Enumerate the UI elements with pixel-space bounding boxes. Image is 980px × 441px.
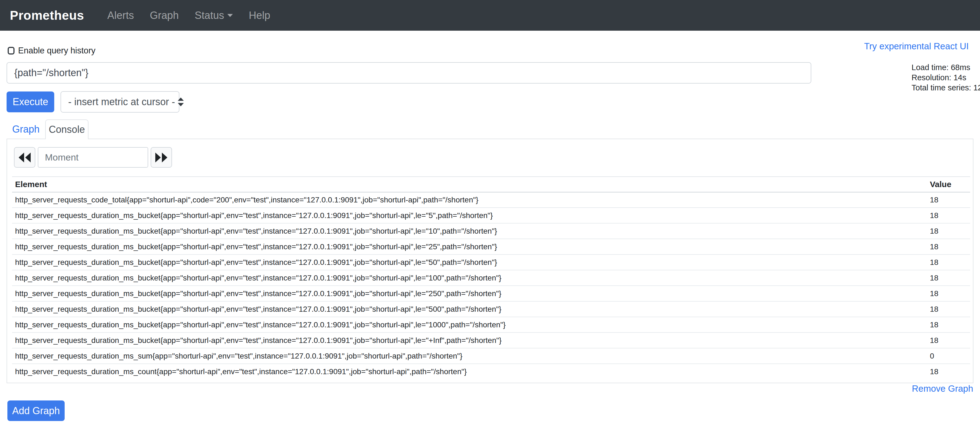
query-history-label: Enable query history	[18, 46, 95, 55]
table-row: http_server_requests_duration_ms_bucket{…	[12, 317, 970, 333]
row-element: http_server_requests_duration_ms_bucket{…	[12, 333, 927, 348]
row-element: http_server_requests_duration_ms_bucket{…	[12, 239, 927, 255]
insert-metric-select-label: - insert metric at cursor -	[68, 96, 175, 108]
row-element: http_server_requests_duration_ms_sum{app…	[12, 348, 927, 364]
table-row: http_server_requests_duration_ms_bucket{…	[12, 239, 970, 255]
table-row: http_server_requests_duration_ms_bucket{…	[12, 255, 970, 270]
row-value: 0	[927, 348, 970, 364]
moment-forward-button[interactable]	[151, 147, 172, 168]
column-header-element: Element	[12, 177, 927, 192]
nav-item-label: Help	[249, 10, 270, 21]
table-row: http_server_requests_duration_ms_bucket{…	[12, 301, 970, 317]
insert-metric-select[interactable]: - insert metric at cursor -	[60, 91, 180, 113]
row-value: 18	[927, 301, 970, 317]
fast-forward-icon	[155, 153, 168, 162]
table-row: http_server_requests_duration_ms_bucket{…	[12, 333, 970, 348]
table-row: http_server_requests_duration_ms_bucket{…	[12, 270, 970, 286]
row-value: 18	[927, 333, 970, 348]
load-time: Load time: 68ms	[912, 62, 980, 73]
panel-tabs: Graph Console	[6, 119, 974, 139]
navbar: Prometheus Alerts Graph Status Help	[0, 0, 980, 31]
row-element: http_server_requests_duration_ms_bucket{…	[12, 255, 927, 270]
console-table: Element Value http_server_requests_code_…	[12, 177, 970, 379]
row-value: 18	[927, 317, 970, 333]
resolution: Resolution: 14s	[912, 73, 980, 83]
row-element: http_server_requests_duration_ms_bucket{…	[12, 223, 927, 239]
table-header-row: Element Value	[12, 177, 970, 192]
moment-input[interactable]	[38, 147, 148, 168]
query-history-checkbox[interactable]	[8, 47, 14, 54]
nav-item-label: Graph	[150, 10, 179, 21]
rewind-icon	[18, 153, 31, 162]
tab-console[interactable]: Console	[45, 119, 89, 139]
nav-item-label: Alerts	[107, 10, 134, 21]
query-history-row: Enable query history	[8, 46, 95, 55]
column-header-value: Value	[927, 177, 970, 192]
row-element: http_server_requests_duration_ms_bucket{…	[12, 270, 927, 286]
table-row: http_server_requests_duration_ms_sum{app…	[12, 348, 970, 364]
row-value: 18	[927, 286, 970, 301]
row-value: 18	[927, 270, 970, 286]
tab-graph-label: Graph	[12, 124, 40, 135]
brand-link[interactable]: Prometheus	[10, 8, 84, 23]
prometheus-page: Prometheus Alerts Graph Status Help Enab…	[0, 0, 980, 441]
moment-back-button[interactable]	[14, 147, 35, 168]
tab-console-label: Console	[49, 124, 85, 135]
table-row: http_server_requests_duration_ms_bucket{…	[12, 223, 970, 239]
console-table-body: http_server_requests_code_total{app="sho…	[12, 192, 970, 379]
row-element: http_server_requests_duration_ms_bucket{…	[12, 317, 927, 333]
row-element: http_server_requests_duration_ms_count{a…	[12, 364, 927, 379]
table-row: http_server_requests_duration_ms_bucket{…	[12, 208, 970, 223]
select-updown-icon	[177, 97, 185, 107]
nav-item-graph[interactable]: Graph	[142, 10, 187, 21]
row-element: http_server_requests_duration_ms_bucket{…	[12, 301, 927, 317]
react-ui-link[interactable]: Try experimental React UI	[864, 41, 969, 51]
row-value: 18	[927, 255, 970, 270]
execute-button[interactable]: Execute	[6, 91, 54, 112]
nav-item-label: Status	[195, 10, 224, 21]
row-value: 18	[927, 223, 970, 239]
total-time-series: Total time series: 12	[912, 83, 980, 93]
row-value: 18	[927, 208, 970, 223]
table-row: http_server_requests_code_total{app="sho…	[12, 192, 970, 208]
chevron-down-icon	[228, 14, 233, 17]
row-value: 18	[927, 364, 970, 379]
nav-item-alerts[interactable]: Alerts	[99, 10, 142, 21]
query-expression-input[interactable]	[6, 62, 811, 84]
nav-item-status[interactable]: Status	[187, 10, 241, 21]
row-element: http_server_requests_code_total{app="sho…	[12, 192, 927, 208]
console-panel: Element Value http_server_requests_code_…	[6, 139, 974, 383]
table-row: http_server_requests_duration_ms_bucket{…	[12, 286, 970, 301]
navbar-items: Alerts Graph Status Help	[99, 10, 278, 21]
row-element: http_server_requests_duration_ms_bucket{…	[12, 208, 927, 223]
eval-stats: Load time: 68ms Resolution: 14s Total ti…	[912, 62, 980, 93]
tab-graph[interactable]: Graph	[6, 119, 45, 139]
table-row: http_server_requests_duration_ms_count{a…	[12, 364, 970, 379]
row-element: http_server_requests_duration_ms_bucket{…	[12, 286, 927, 301]
remove-graph-link[interactable]: Remove Graph	[912, 384, 973, 394]
add-graph-button[interactable]: Add Graph	[7, 400, 65, 421]
row-value: 18	[927, 192, 970, 208]
nav-item-help[interactable]: Help	[241, 10, 278, 21]
row-value: 18	[927, 239, 970, 255]
